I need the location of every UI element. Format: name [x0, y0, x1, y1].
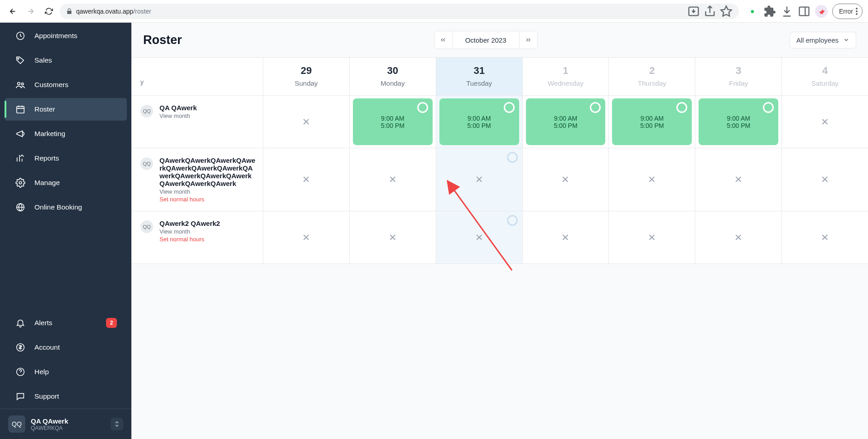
- sidebar-item-reports[interactable]: Reports: [5, 147, 127, 170]
- view-month-link[interactable]: View month: [159, 188, 256, 195]
- view-month-link[interactable]: View month: [159, 112, 197, 119]
- set-normal-hours-link[interactable]: Set normal hours: [159, 236, 220, 243]
- puzzle-icon[interactable]: [763, 5, 776, 18]
- sidebar-item-support[interactable]: Support: [5, 385, 127, 408]
- profile-avatar[interactable]: [815, 5, 828, 18]
- sidebar-item-customers[interactable]: Customers: [5, 73, 127, 96]
- roster-cell[interactable]: 9:00 AM5:00 PM: [349, 96, 436, 148]
- roster-cell[interactable]: ✕: [695, 211, 781, 263]
- no-shift-icon[interactable]: ✕: [475, 232, 483, 243]
- sidebar-item-appointments[interactable]: Appointments: [5, 24, 127, 47]
- roster-cell[interactable]: ✕: [781, 148, 868, 211]
- download-icon[interactable]: [781, 5, 793, 18]
- sidebar-item-online-booking[interactable]: Online Booking: [5, 196, 127, 219]
- calendar-day-header[interactable]: 30Monday: [349, 58, 436, 95]
- roster-cell[interactable]: ✕: [695, 148, 781, 211]
- calendar-day-header[interactable]: 1Wednesday: [522, 58, 609, 95]
- calendar-day-header[interactable]: 31Tuesday: [436, 58, 522, 95]
- calendar-day-header[interactable]: 4Saturday: [781, 58, 868, 95]
- sidebar-item-manage[interactable]: Manage: [5, 171, 127, 194]
- no-shift-icon[interactable]: ✕: [821, 174, 829, 185]
- roster-cell[interactable]: ✕: [781, 211, 868, 263]
- no-shift-icon[interactable]: ✕: [302, 232, 310, 243]
- shift-start: 9:00 AM: [554, 115, 577, 122]
- chevron-double-right-icon: [525, 36, 532, 44]
- no-shift-icon[interactable]: ✕: [821, 232, 829, 243]
- calendar-day-header[interactable]: 29Sunday: [263, 58, 349, 95]
- roster-cell[interactable]: ✕: [349, 211, 436, 263]
- address-bar[interactable]: qawerkqa.ovatu.app/roster: [60, 4, 739, 19]
- sidebar-item-account[interactable]: Account: [5, 336, 127, 359]
- sidebar-user-footer[interactable]: QQ QA QAwerk QAWERKQA: [0, 409, 131, 439]
- bird-icon: [818, 8, 825, 15]
- error-label: Error: [839, 8, 853, 15]
- roster-cell[interactable]: ✕: [263, 148, 349, 211]
- no-shift-icon[interactable]: ✕: [389, 232, 397, 243]
- roster-cell[interactable]: ✕: [263, 96, 349, 148]
- sidebar-item-help[interactable]: Help: [5, 361, 127, 383]
- shift-block[interactable]: 9:00 AM5:00 PM: [699, 98, 778, 145]
- roster-cell[interactable]: 9:00 AM5:00 PM: [522, 96, 609, 148]
- roster-cell[interactable]: ✕: [608, 211, 695, 263]
- panel-icon[interactable]: [798, 5, 810, 18]
- no-shift-icon[interactable]: ✕: [302, 174, 310, 185]
- forward-button[interactable]: [24, 4, 38, 19]
- no-shift-icon[interactable]: ✕: [561, 174, 569, 185]
- roster-cell[interactable]: 9:00 AM5:00 PM: [608, 96, 695, 148]
- prev-month-button[interactable]: [434, 31, 453, 49]
- no-shift-icon[interactable]: ✕: [648, 232, 656, 243]
- sidebar-item-roster[interactable]: Roster: [5, 98, 127, 121]
- error-button[interactable]: Error: [832, 4, 863, 19]
- month-label[interactable]: October 2023: [453, 36, 519, 44]
- set-normal-hours-link[interactable]: Set normal hours: [159, 196, 256, 203]
- roster-cell[interactable]: 9:00 AM5:00 PM: [436, 96, 522, 148]
- roster-cell[interactable]: ✕: [436, 211, 522, 263]
- calendar-day-header[interactable]: 3Friday: [695, 58, 781, 95]
- no-shift-icon[interactable]: ✕: [648, 174, 656, 185]
- no-shift-icon[interactable]: ✕: [734, 232, 743, 243]
- shift-block[interactable]: 9:00 AM5:00 PM: [439, 98, 519, 145]
- day-number: 1: [523, 65, 609, 77]
- roster-cell[interactable]: ✕: [522, 211, 609, 263]
- shift-end: 5:00 PM: [554, 122, 577, 129]
- megaphone-icon: [15, 129, 25, 139]
- sidebar: Appointments Sales Customers Roster Mark…: [0, 23, 131, 439]
- install-icon[interactable]: [687, 5, 700, 18]
- sidebar-item-alerts[interactable]: Alerts 2: [5, 312, 127, 334]
- svg-point-8: [18, 58, 19, 59]
- roster-cell[interactable]: 9:00 AM5:00 PM: [695, 96, 781, 148]
- employee-filter[interactable]: All employees: [790, 32, 856, 49]
- share-icon[interactable]: [704, 5, 716, 18]
- user-menu-toggle[interactable]: [111, 418, 123, 430]
- no-shift-icon[interactable]: ✕: [734, 174, 743, 185]
- no-shift-icon[interactable]: ✕: [821, 117, 829, 127]
- roster-cell[interactable]: ✕: [781, 96, 868, 148]
- shift-block[interactable]: 9:00 AM5:00 PM: [612, 98, 692, 145]
- clock-icon: [15, 31, 25, 41]
- back-button[interactable]: [5, 4, 20, 19]
- shift-indicator-icon: [676, 102, 687, 113]
- roster-cell[interactable]: ✕: [522, 148, 609, 211]
- sidebar-item-sales[interactable]: Sales: [5, 49, 127, 72]
- star-icon[interactable]: [720, 5, 733, 18]
- roster-cell[interactable]: ✕: [608, 148, 695, 211]
- sidebar-item-marketing[interactable]: Marketing: [5, 122, 127, 145]
- no-shift-icon[interactable]: ✕: [475, 174, 483, 185]
- no-shift-icon[interactable]: ✕: [302, 117, 310, 127]
- calendar-day-header[interactable]: 2Thursday: [608, 58, 695, 95]
- extension-dot-icon[interactable]: ●: [746, 5, 759, 18]
- dollar-icon: [15, 342, 25, 352]
- next-month-button[interactable]: [519, 31, 537, 49]
- shift-block[interactable]: 9:00 AM5:00 PM: [353, 98, 433, 145]
- view-month-link[interactable]: View month: [159, 228, 220, 235]
- roster-cell[interactable]: ✕: [349, 148, 436, 211]
- day-number: 2: [609, 65, 695, 77]
- chevron-double-left-icon: [439, 36, 447, 44]
- main-content: Roster October 2023 All employees y: [131, 23, 868, 439]
- shift-block[interactable]: 9:00 AM5:00 PM: [526, 98, 606, 145]
- no-shift-icon[interactable]: ✕: [561, 232, 569, 243]
- reload-button[interactable]: [42, 4, 56, 19]
- roster-cell[interactable]: ✕: [263, 211, 349, 263]
- no-shift-icon[interactable]: ✕: [389, 174, 397, 185]
- roster-cell[interactable]: ✕: [436, 148, 522, 211]
